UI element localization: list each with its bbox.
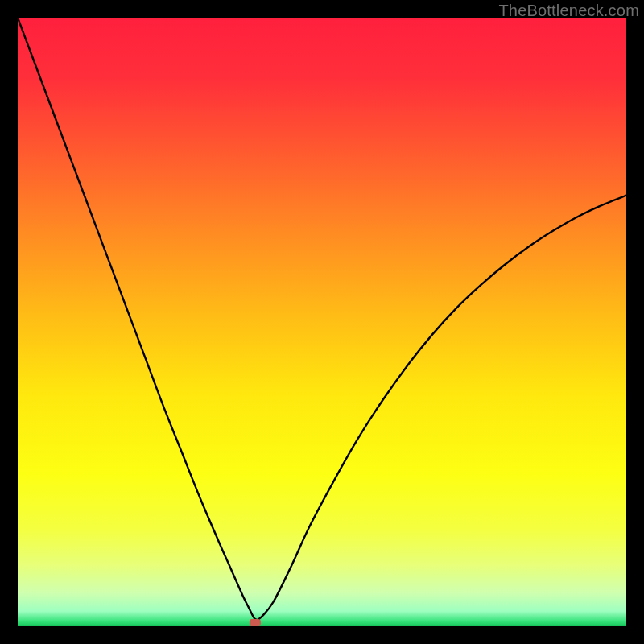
watermark-text: TheBottleneck.com [498, 2, 639, 20]
chart-frame [18, 18, 626, 626]
optimal-marker [250, 619, 261, 626]
bottleneck-chart [18, 18, 626, 626]
chart-background [18, 18, 626, 626]
